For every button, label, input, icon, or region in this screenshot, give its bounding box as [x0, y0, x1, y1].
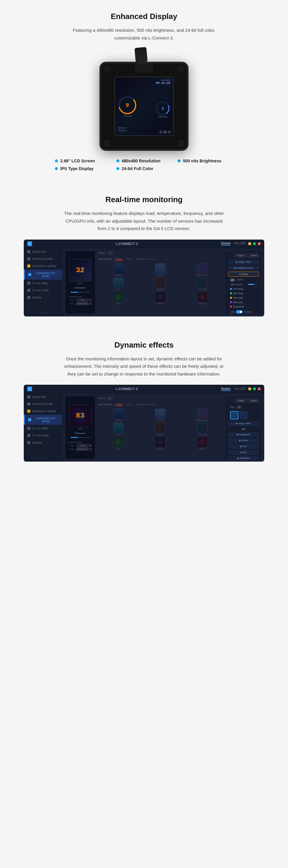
panel-time-1[interactable]: ▶ Time	[228, 315, 259, 316]
display-icon-1	[28, 273, 31, 276]
panel-bg-color-1[interactable]: ▶ Background Color	[228, 266, 259, 271]
import-btn-2[interactable]: ↓ Import	[247, 399, 259, 403]
sidebar-tl-fan-1[interactable]: TL Fan Utility	[24, 280, 62, 287]
theme-badge-1[interactable]: 2	[108, 251, 113, 255]
app-tabs-2: Screen Fan LED	[221, 387, 246, 391]
effect-twist-2[interactable]: Twist Hole	[182, 423, 223, 435]
style-tab-image-1[interactable]: Image	[114, 257, 123, 261]
effect-twist-1[interactable]: Twist Hole	[182, 278, 223, 290]
style-tab-video-2[interactable]: Video	[125, 403, 133, 406]
enhanced-display-section: Enhanced Display Featuring a 480x480 res…	[0, 0, 288, 183]
sidebar-lighting-2[interactable]: Quick/Sync Lighting	[24, 408, 62, 415]
add-btn-2[interactable]: Add	[228, 427, 259, 431]
win-minimize-2[interactable]	[248, 388, 251, 390]
sidebar-hydroshift-2[interactable]: HydroShift LCD (RGB)	[24, 415, 62, 425]
panel-sensor-2[interactable]: ▶ Sensor	[228, 438, 259, 443]
device-corner-tl	[104, 66, 110, 72]
sensor-cpu-load-1[interactable]: CPU Load	[228, 296, 259, 300]
effect-fireworks-1[interactable]: Fireworks	[140, 278, 181, 290]
sidebar-fan-pump-2[interactable]: Fan/Pump Profile	[24, 400, 62, 408]
panel-image-video-2[interactable]: ▶ Image / Video	[228, 421, 259, 426]
style-tab-bg-2[interactable]: Background Color	[135, 403, 157, 406]
filter-value-2[interactable]: All	[237, 405, 242, 409]
win-minimize-1[interactable]	[248, 242, 251, 245]
effect-snow3d-1[interactable]: Snow 3D	[140, 263, 181, 276]
effect-meteor-1[interactable]: Meteor Shower	[182, 263, 223, 276]
win-maximize-2[interactable]	[253, 388, 256, 390]
sidebar-tl-fan-2[interactable]: TL Fan Utility	[24, 425, 62, 432]
sidebar-settings-1[interactable]: Settings	[24, 294, 62, 301]
sidebar-tl-profile-1[interactable]: TL Fan Profile	[24, 287, 62, 294]
panel-bg-2[interactable]: ▶ Background	[228, 432, 259, 437]
app-tabs-1: Screen Fan LED	[221, 242, 246, 246]
loop-row-1: Loop Seconds	[228, 310, 259, 314]
sensor-gpu-temp-1[interactable]: GPU Temp	[228, 292, 259, 295]
sensor-cpu-temp-1[interactable]: CPU Temp	[228, 287, 259, 290]
sidebar-tl-profile-2[interactable]: TL Fan Profile	[24, 432, 62, 439]
win-maximize-1[interactable]	[253, 242, 256, 245]
right-panel-1: ↑ Export ↓ Import ▶ Image / Video ▶ Back…	[226, 251, 261, 313]
type-tab-layout-1[interactable]: Layout	[237, 278, 243, 281]
effect-raining-1[interactable]: Raining	[98, 263, 139, 276]
win-close-2[interactable]	[258, 388, 261, 390]
sensor-pump-rpm-1[interactable]: Pump RPM	[228, 305, 259, 308]
effect-thumb-fireworks-1	[155, 278, 165, 288]
right-panel-2: ↑ Export ↓ Import Filter All ▶ Image / V…	[226, 396, 261, 459]
effect-snow-2[interactable]: Snow	[98, 423, 139, 435]
sensor-gpu-load-1[interactable]: GPU Load	[228, 301, 259, 304]
app-logo-2: L	[27, 386, 32, 391]
theme-badge-2[interactable]: 2	[108, 396, 113, 400]
effect-snow3d-2[interactable]: Snow 3D	[140, 408, 181, 421]
style-tab-image-2[interactable]: Image	[114, 403, 123, 406]
type-tab-type-1[interactable]: Type	[230, 278, 234, 281]
effect-scope-2[interactable]: Scope	[98, 437, 139, 450]
effect-thumb-alt-2[interactable]	[239, 411, 248, 420]
effect-meteor-2[interactable]: Meteor Shower	[182, 408, 223, 421]
svg-text:3: 3	[162, 106, 164, 111]
effect-thumb-selected-2[interactable]	[230, 411, 238, 420]
loop-toggle-1[interactable]	[236, 310, 243, 313]
sidebar-settings-2[interactable]: Settings	[24, 439, 62, 446]
sidebar-system-info-1[interactable]: System Info	[24, 248, 62, 255]
effect-blossom-2[interactable]: Blossom	[182, 437, 223, 450]
panel-image-video-1[interactable]: ▶ Image / Video	[228, 260, 259, 265]
export-btn-2[interactable]: ↑ Export	[234, 399, 246, 403]
preview-area-2: 83 CPU Full Screen 50% Fan/Pump Profile	[65, 396, 95, 459]
app-body-1: System Info Fan/Pump Profile Quick/Sync …	[24, 248, 264, 316]
spec-dot-type	[55, 167, 58, 170]
export-btn-1[interactable]: ↑ Export	[234, 253, 246, 257]
app-win-controls-2	[248, 388, 261, 390]
effect-thumb-blossom-1	[197, 292, 207, 302]
effect-thumb-twist-1	[197, 278, 207, 288]
tab-fan-led-1[interactable]: Fan LED	[234, 242, 246, 246]
effect-mandala-2[interactable]: Mandala	[140, 437, 181, 450]
import-btn-1[interactable]: ↓ Import	[247, 253, 259, 257]
panel-sensor-1[interactable]: ▼ Sensor	[228, 272, 259, 277]
effect-raining-2[interactable]: Raining	[98, 408, 139, 421]
style-tab-video-1[interactable]: Video	[125, 257, 133, 261]
sidebar-fan-pump-1[interactable]: Fan/Pump Profile	[24, 255, 62, 262]
tab-screen-1[interactable]: Screen	[221, 242, 231, 246]
panel-text-2[interactable]: ▶ Text	[228, 450, 259, 455]
tab-fan-led-2[interactable]: Fan LED	[234, 387, 246, 391]
app-titlebar-1: L L-CONNECT 3 Screen Fan LED	[24, 240, 264, 248]
style-tab-bg-1[interactable]: Background Color	[135, 257, 157, 261]
sidebar-system-info-2[interactable]: System Info	[24, 393, 62, 400]
panel-time-2[interactable]: ▶ Time	[228, 444, 259, 449]
effect-scope-1[interactable]: Scope	[98, 292, 139, 305]
tab-screen-2[interactable]: Screen	[221, 387, 231, 391]
effect-thumb-snow3d-2	[155, 408, 165, 419]
specs-grid: 2.88" LCD Screen 480x480 Resolution 500 …	[55, 158, 233, 171]
sidebar-lighting-1[interactable]: Quick/Sync Lighting	[24, 262, 62, 270]
fan-icon-1	[27, 257, 30, 260]
effect-blossom-1[interactable]: Blossom	[182, 292, 223, 305]
spec-dot-brightness	[178, 159, 181, 162]
effect-thumb-snow-1	[113, 278, 124, 288]
effect-fireworks-2[interactable]: Fireworks	[140, 423, 181, 435]
sidebar-hydroshift-1[interactable]: HydroShift LCD (RGB)	[24, 270, 62, 280]
panel-watermark-2[interactable]: ▶ Watermark	[228, 456, 259, 461]
profile-icon-2	[27, 434, 30, 437]
effect-mandala-1[interactable]: Mandala	[140, 292, 181, 305]
win-close-1[interactable]	[258, 242, 261, 245]
effect-snow-1[interactable]: Snow	[98, 278, 139, 290]
